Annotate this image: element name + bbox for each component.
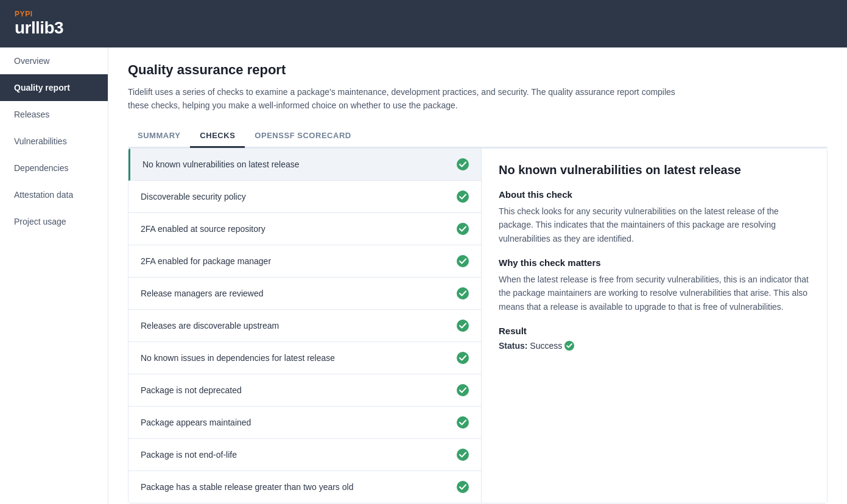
- sidebar-item-project-usage[interactable]: Project usage: [0, 208, 108, 235]
- check-item-label: No known vulnerabilities on latest relea…: [142, 159, 300, 169]
- check-item-security-policy[interactable]: Discoverable security policy: [128, 181, 481, 213]
- check-item-releases-discoverable[interactable]: Releases are discoverable upstream: [128, 310, 481, 342]
- tab-openssf[interactable]: OPENSSF SCORECARD: [245, 125, 360, 148]
- detail-title: No known vulnerabilities on latest relea…: [499, 163, 810, 177]
- check-item-label: Package appears maintained: [141, 418, 251, 427]
- check-passed-icon: [457, 449, 469, 461]
- check-passed-icon: [457, 320, 469, 332]
- status-success-icon: [564, 341, 574, 351]
- check-item-no-vulnerabilities[interactable]: No known vulnerabilities on latest relea…: [128, 149, 481, 181]
- tab-checks[interactable]: CHECKS: [190, 125, 245, 148]
- check-passed-icon: [457, 223, 469, 235]
- check-list: No known vulnerabilities on latest relea…: [128, 149, 482, 503]
- sidebar-item-dependencies[interactable]: Dependencies: [0, 155, 108, 181]
- result-status: Status: Success: [499, 341, 810, 351]
- check-item-label: 2FA enabled at source repository: [141, 224, 265, 234]
- layout: Overview Quality report Releases Vulnera…: [0, 47, 847, 504]
- check-item-not-eol[interactable]: Package is not end-of-life: [128, 439, 481, 471]
- check-item-label: Package is not deprecated: [141, 385, 242, 395]
- check-item-stable-release[interactable]: Package has a stable release greater tha…: [128, 471, 481, 503]
- main-content: Quality assurance report Tidelift uses a…: [108, 47, 847, 504]
- sidebar: Overview Quality report Releases Vulnera…: [0, 47, 108, 504]
- about-text: This check looks for any security vulner…: [499, 205, 810, 245]
- sidebar-item-vulnerabilities[interactable]: Vulnerabilities: [0, 128, 108, 155]
- why-section-title: Why this check matters: [499, 257, 810, 268]
- sidebar-item-attestation-data[interactable]: Attestation data: [0, 181, 108, 208]
- header: pypi urllib3: [0, 0, 847, 47]
- check-item-label: Releases are discoverable upstream: [141, 321, 279, 331]
- sidebar-item-quality-report[interactable]: Quality report: [0, 74, 108, 101]
- check-item-no-dependency-issues[interactable]: No known issues in dependencies for late…: [128, 342, 481, 374]
- checks-layout: No known vulnerabilities on latest relea…: [128, 148, 828, 503]
- check-item-label: Package has a stable release greater tha…: [141, 482, 353, 492]
- tab-summary[interactable]: SUMMARY: [128, 125, 190, 148]
- check-item-2fa-source[interactable]: 2FA enabled at source repository: [128, 213, 481, 245]
- about-section-title: About this check: [499, 189, 810, 200]
- check-item-label: No known issues in dependencies for late…: [141, 353, 335, 363]
- check-passed-icon: [457, 191, 469, 203]
- result-title: Result: [499, 326, 810, 336]
- detail-panel: No known vulnerabilities on latest relea…: [482, 149, 827, 503]
- check-item-maintained[interactable]: Package appears maintained: [128, 407, 481, 439]
- why-text: When the latest release is free from sec…: [499, 273, 810, 313]
- check-item-label: Package is not end-of-life: [141, 450, 237, 460]
- tabs: SUMMARY CHECKS OPENSSF SCORECARD: [128, 125, 828, 148]
- check-passed-icon: [457, 287, 469, 299]
- check-passed-icon: [457, 255, 469, 267]
- status-value: Success: [530, 341, 562, 351]
- page-title: Quality assurance report: [128, 62, 828, 78]
- check-item-2fa-manager[interactable]: 2FA enabled for package manager: [128, 245, 481, 278]
- check-passed-icon: [457, 481, 469, 493]
- check-item-label: 2FA enabled for package manager: [141, 256, 271, 266]
- page-description: Tidelift uses a series of checks to exam…: [128, 85, 676, 113]
- check-item-release-managers[interactable]: Release managers are reviewed: [128, 278, 481, 310]
- check-item-not-deprecated[interactable]: Package is not deprecated: [128, 374, 481, 407]
- package-name: urllib3: [15, 18, 832, 38]
- check-passed-icon: [457, 416, 469, 429]
- status-label: Status:: [499, 341, 527, 351]
- check-passed-icon: [457, 158, 469, 170]
- check-item-label: Release managers are reviewed: [141, 289, 264, 298]
- sidebar-item-overview[interactable]: Overview: [0, 47, 108, 74]
- check-passed-icon: [457, 384, 469, 396]
- pypi-label: pypi: [15, 10, 832, 18]
- status-badge: Success: [530, 341, 574, 351]
- check-item-label: Discoverable security policy: [141, 192, 246, 201]
- result-section: Result Status: Success: [499, 326, 810, 351]
- sidebar-item-releases[interactable]: Releases: [0, 101, 108, 128]
- check-passed-icon: [457, 352, 469, 364]
